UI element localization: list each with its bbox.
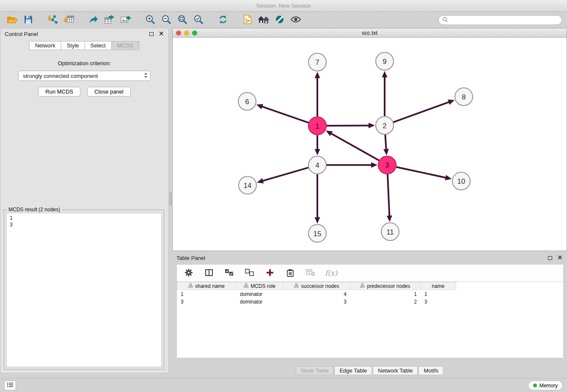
search-input[interactable] xyxy=(450,17,558,23)
float-panel-icon[interactable] xyxy=(149,32,154,36)
table-settings-button[interactable] xyxy=(183,266,195,280)
control-panel: Control Panel ✕ Network Style Select MCD… xyxy=(0,28,169,373)
graph-node-label: 8 xyxy=(462,93,465,101)
network-file-button[interactable] xyxy=(239,14,256,27)
show-hide-button[interactable] xyxy=(288,14,304,27)
tab-select[interactable]: Select xyxy=(85,41,112,50)
graph-edge[interactable] xyxy=(261,106,308,123)
memory-button[interactable]: Memory xyxy=(528,381,563,390)
network-canvas[interactable]: 7968124314101511 xyxy=(173,38,567,251)
tab-edge-table[interactable]: Edge Table xyxy=(334,366,372,375)
column-label: name xyxy=(432,283,444,289)
cell-mcds-role[interactable]: dominator xyxy=(236,299,284,305)
graph-edge[interactable] xyxy=(262,168,308,181)
graph-edge-arrowhead xyxy=(387,215,392,222)
graph-edge[interactable] xyxy=(394,102,450,122)
export-table-button[interactable] xyxy=(102,14,118,27)
graph-edge-arrowhead xyxy=(371,162,377,168)
zoom-in-button[interactable] xyxy=(142,14,158,27)
refresh-layout-button[interactable] xyxy=(215,14,231,27)
minimize-window-icon[interactable]: − xyxy=(184,30,189,36)
columns-icon xyxy=(205,268,213,278)
table-row[interactable]: 1 dominator 4 1 1 xyxy=(177,291,563,298)
style-button[interactable] xyxy=(272,14,288,27)
cell-mcds-role[interactable]: dominator xyxy=(236,291,284,297)
cell-name[interactable]: 3 xyxy=(421,299,456,305)
add-column-button[interactable] xyxy=(264,266,276,280)
column-header-mcds-role[interactable]: MCDS role xyxy=(236,282,284,290)
home-button[interactable] xyxy=(256,14,272,27)
unselect-all-columns-button[interactable] xyxy=(244,266,256,280)
graph-node-label: 11 xyxy=(386,228,394,236)
tab-mcds[interactable]: MCDS xyxy=(111,41,139,50)
list-icon xyxy=(7,382,14,389)
run-mcds-button[interactable]: Run MCDS xyxy=(38,87,80,97)
zoom-out-icon xyxy=(161,14,171,26)
graph-edge-arrowhead xyxy=(383,149,389,155)
select-stepper-icon xyxy=(144,72,148,80)
cell-successor-nodes[interactable]: 4 xyxy=(284,291,350,297)
panel-splitter[interactable] xyxy=(169,28,172,251)
search-box[interactable] xyxy=(438,15,562,25)
cell-predecessor-nodes[interactable]: 1 xyxy=(350,291,421,297)
tab-motifs[interactable]: Motifs xyxy=(418,366,443,375)
network-window-titlebar[interactable]: × − + scc.txt xyxy=(173,28,567,38)
network-graph: 7968124314101511 xyxy=(173,38,567,251)
delete-column-button[interactable] xyxy=(284,266,296,280)
cell-name[interactable]: 1 xyxy=(421,291,456,297)
open-session-button[interactable] xyxy=(4,14,20,27)
table-row[interactable]: 3 dominator 3 2 3 xyxy=(177,298,563,305)
function-builder-button[interactable]: f(x) xyxy=(325,269,337,277)
zoom-selected-button[interactable] xyxy=(190,14,206,27)
optimization-criterion-select[interactable]: strongly connected component xyxy=(18,71,151,81)
traffic-lights: × − + xyxy=(176,30,197,36)
column-label: MCDS role xyxy=(250,283,275,289)
refresh-icon xyxy=(218,14,228,26)
column-label: shared name xyxy=(195,283,225,289)
style-brush-icon xyxy=(275,14,285,26)
mcds-result-list[interactable]: 1 3 xyxy=(6,213,162,367)
column-header-name[interactable]: name xyxy=(421,282,456,290)
cell-successor-nodes[interactable]: 3 xyxy=(284,299,350,305)
save-session-button[interactable] xyxy=(20,14,36,27)
graph-node-label: 9 xyxy=(383,58,386,66)
export-network-button[interactable] xyxy=(85,14,102,27)
close-window-icon[interactable]: × xyxy=(176,30,181,36)
graph-edge[interactable] xyxy=(327,125,370,126)
splitter-scroll-thumb[interactable] xyxy=(169,192,172,206)
import-table-button[interactable] xyxy=(61,14,77,27)
select-all-columns-button[interactable] xyxy=(223,266,235,280)
float-table-panel-icon[interactable] xyxy=(548,256,552,260)
column-header-successor-nodes[interactable]: successor nodes xyxy=(284,282,350,290)
cell-shared-name[interactable]: 3 xyxy=(177,299,236,305)
graph-edge[interactable] xyxy=(330,133,379,160)
zoom-fit-button[interactable] xyxy=(174,14,190,27)
close-panel-button[interactable]: Close panel xyxy=(87,87,131,97)
graph-edge-arrowhead xyxy=(315,217,320,224)
tab-network-table[interactable]: Network Table xyxy=(373,366,418,375)
tab-node-table[interactable]: Node Table xyxy=(296,366,334,375)
graph-edge[interactable] xyxy=(385,135,386,150)
optimization-criterion-label: Optimization criterion: xyxy=(0,60,168,66)
table-header-row: shared name MCDS role successor nodes pr… xyxy=(177,282,563,290)
table-panel-header: Table Panel ✕ xyxy=(172,252,567,263)
column-header-predecessor-nodes[interactable]: predecessor nodes xyxy=(350,282,421,290)
graph-edge[interactable] xyxy=(388,174,389,217)
delete-table-button[interactable] xyxy=(305,266,317,280)
graph-edge[interactable] xyxy=(396,167,446,178)
close-panel-icon[interactable]: ✕ xyxy=(159,30,164,37)
show-columns-button[interactable] xyxy=(203,266,215,280)
column-header-shared-name[interactable]: shared name xyxy=(177,282,236,290)
cell-predecessor-nodes[interactable]: 2 xyxy=(350,299,421,305)
maximize-window-icon[interactable]: + xyxy=(192,30,197,36)
cell-shared-name[interactable]: 1 xyxy=(177,291,236,297)
zoom-out-button[interactable] xyxy=(158,14,174,27)
import-network-icon xyxy=(47,14,58,26)
table-tabs: Node Table Edge Table Network Table Moti… xyxy=(172,366,567,375)
import-network-button[interactable] xyxy=(45,14,61,27)
tab-style[interactable]: Style xyxy=(61,41,85,50)
export-image-button[interactable] xyxy=(118,14,134,27)
tab-network[interactable]: Network xyxy=(29,41,61,50)
close-table-panel-icon[interactable]: ✕ xyxy=(557,254,563,261)
task-history-button[interactable] xyxy=(4,381,16,390)
